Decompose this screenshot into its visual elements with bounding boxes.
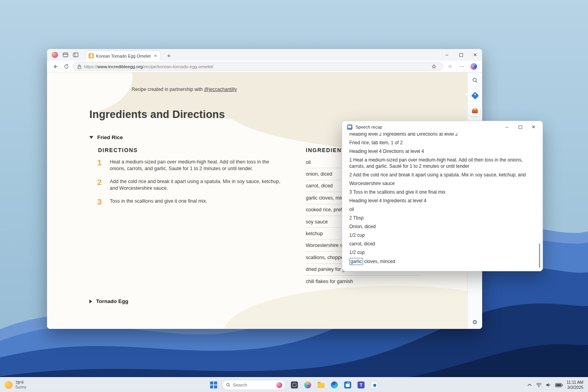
task-view-button[interactable]	[290, 380, 299, 390]
speech-line: 1/2 cup	[349, 232, 532, 238]
bottom-wave-decoration	[223, 286, 467, 329]
browser-tab[interactable]: Korean Tornado Egg Omelet - A... ✕	[85, 51, 161, 61]
speech-close-button[interactable]: ✕	[527, 121, 540, 133]
partnership-link[interactable]: @jeccachantilly	[204, 87, 237, 92]
weather-condition: Sunny	[15, 385, 26, 390]
speech-line: 1 Heat a medium-sized pan over medium-hi…	[349, 157, 532, 169]
favorites-button[interactable]: ☆	[445, 62, 455, 71]
sidebar-shopping-button[interactable]	[470, 91, 480, 101]
search-input[interactable]	[233, 383, 274, 387]
url-host: www.incredibleegg.org	[98, 64, 143, 69]
window-maximize-button[interactable]	[454, 49, 468, 61]
store-button[interactable]	[343, 380, 352, 390]
speech-line: 1/2 cup	[349, 249, 532, 256]
partnership-note: Recipe created in partnership with @jecc…	[63, 87, 306, 92]
sidebar-workspace-button[interactable]	[470, 106, 480, 116]
tornado-egg-section-toggle[interactable]: Tornado Egg	[89, 298, 128, 304]
sidebar-settings-button[interactable]: ⚙	[468, 319, 482, 326]
speech-scrollbar-thumb[interactable]	[539, 243, 540, 268]
edge-taskbar-button[interactable]	[330, 380, 339, 390]
speech-maximize-button[interactable]	[514, 121, 527, 133]
window-minimize-button[interactable]: –	[440, 49, 454, 61]
directions-heading: DIRECTIONS	[98, 147, 138, 153]
direction-step: 2 Add the cold rice and break it apart u…	[97, 178, 285, 192]
ingredient-row: chili flakes for garnish	[306, 276, 420, 287]
taskbar-clock[interactable]: 11:11 AM 3/3/2025	[566, 377, 583, 392]
browser-titlebar: Korean Tornado Egg Omelet - A... ✕ + – ✕	[47, 49, 482, 61]
step-text: Add the cold rice and break it apart usi…	[110, 178, 284, 192]
wifi-icon[interactable]	[536, 383, 542, 387]
star-plus-icon	[431, 64, 437, 69]
add-favorite-button[interactable]	[429, 62, 439, 71]
tab-close-icon[interactable]: ✕	[154, 54, 158, 58]
copilot-taskbar-button[interactable]	[303, 380, 312, 390]
refresh-button[interactable]	[62, 62, 71, 71]
more-options-button[interactable]: ⋯	[457, 62, 466, 71]
windows-logo-icon	[210, 381, 217, 388]
step-number: 1	[97, 159, 106, 172]
copilot-button[interactable]	[469, 62, 478, 71]
folder-icon	[318, 383, 325, 388]
window-close-button[interactable]: ✕	[468, 49, 482, 61]
chevron-down-icon	[89, 136, 93, 139]
refresh-icon	[64, 64, 69, 69]
file-explorer-button[interactable]	[316, 380, 326, 390]
page-title: Ingredients and Directions	[89, 109, 225, 121]
section-label: Fried Rice	[97, 134, 123, 140]
taskbar-weather-widget[interactable]: 78°F Sunny	[5, 377, 26, 392]
sidebar-search-button[interactable]	[470, 75, 480, 85]
maximize-icon	[459, 53, 463, 57]
speech-line: carrot, diced	[349, 241, 532, 247]
chevron-right-icon	[89, 299, 92, 303]
url-text: https://www.incredibleegg.org/recipe/kor…	[84, 64, 214, 69]
tab-title: Korean Tornado Egg Omelet - A...	[96, 54, 151, 58]
taskbar-search[interactable]	[222, 380, 286, 390]
lock-icon	[77, 64, 82, 69]
direction-step: 3 Toss in the scallions and give it one …	[97, 198, 285, 205]
shopping-tag-icon	[471, 92, 479, 100]
speech-recap-title: Speech recap	[356, 125, 382, 129]
start-button[interactable]	[209, 380, 218, 390]
narrator-button[interactable]	[370, 380, 379, 390]
tab-layout-icon[interactable]	[63, 52, 68, 58]
copilot-icon	[470, 63, 477, 70]
back-button[interactable]	[51, 62, 60, 71]
step-number: 3	[97, 198, 106, 205]
speech-line: 2 Add the cold rice and break it apart u…	[349, 172, 532, 178]
copilot-icon	[304, 381, 311, 388]
speech-recap-titlebar: Speech recap – ✕	[342, 121, 543, 133]
speech-line: Fried rice, tab item, 1 of 2	[349, 140, 532, 146]
taskbar: 78°F Sunny T 11:11 AM 3/3/2025	[0, 377, 588, 392]
speech-recap-window: Speech recap – ✕ Heading level 2 Ingredi…	[342, 121, 543, 271]
directions-list: 1 Heat a medium-sized pan over medium-hi…	[97, 159, 285, 205]
clock-date: 3/3/2025	[566, 385, 583, 390]
speech-minimize-button[interactable]: –	[500, 121, 514, 133]
direction-step: 1 Heat a medium-sized pan over medium-hi…	[97, 159, 285, 172]
volume-icon[interactable]	[546, 383, 551, 387]
system-tray	[527, 377, 563, 392]
fried-rice-section-toggle[interactable]: Fried Rice	[89, 134, 123, 140]
tray-chevron-up-icon[interactable]	[527, 383, 532, 387]
teams-icon: T	[358, 381, 365, 388]
speech-recap-content[interactable]: Heading level 2 Ingredients and Directio…	[342, 133, 543, 271]
workspaces-icon[interactable]	[73, 52, 78, 58]
speech-line: oil	[349, 206, 532, 212]
speech-line: Heading level 2 Ingredients and Directio…	[349, 133, 532, 137]
sun-icon	[5, 381, 13, 389]
speech-line-highlighted: garliccloves, minced	[349, 258, 532, 265]
browser-toolbar: https://www.incredibleegg.org/recipe/kor…	[47, 61, 482, 73]
new-tab-button[interactable]: +	[165, 51, 173, 60]
speech-line: 3 Toss in the scallions and give it one …	[349, 189, 532, 195]
url-path: /recipe/korean-tornado-egg-omelet/	[143, 64, 213, 69]
speech-line: Heading level 4 Directions at level 4	[349, 148, 532, 154]
narrator-icon	[371, 381, 378, 388]
site-favicon	[89, 53, 94, 58]
battery-icon[interactable]	[555, 383, 563, 387]
speech-line: Onion, diced	[349, 223, 532, 230]
partnership-text: Recipe created in partnership with	[132, 87, 203, 92]
profile-avatar[interactable]	[52, 52, 58, 58]
search-icon	[226, 383, 230, 387]
address-bar[interactable]: https://www.incredibleegg.org/recipe/kor…	[73, 62, 443, 71]
highlighted-word: garlic	[349, 258, 363, 265]
teams-button[interactable]: T	[356, 380, 366, 390]
